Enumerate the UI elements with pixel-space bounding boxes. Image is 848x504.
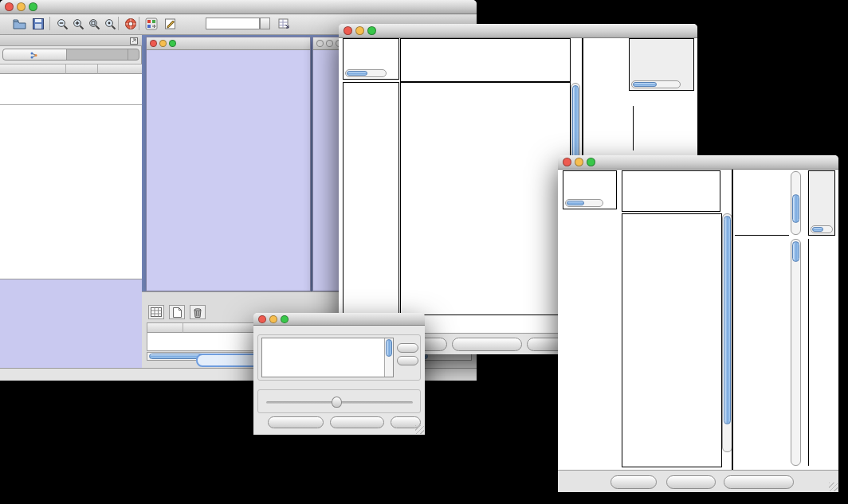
- close-button[interactable]: [150, 40, 157, 47]
- select-attributes-icon[interactable]: [148, 305, 164, 319]
- view-status-hscrollbar[interactable]: [345, 69, 387, 77]
- annotation-icon[interactable]: [161, 16, 180, 32]
- vscrollbar-thumb[interactable]: [792, 241, 799, 262]
- view-status-hscrollbar[interactable]: [565, 199, 603, 207]
- close-button[interactable]: [563, 158, 571, 166]
- hscrollbar-thumb[interactable]: [633, 82, 657, 87]
- export-graphics-button[interactable]: [724, 475, 794, 489]
- minimize-button[interactable]: [355, 26, 364, 35]
- attribute-listbox[interactable]: [261, 338, 394, 377]
- treeview1-titlebar[interactable]: [339, 24, 697, 38]
- treeview2-labels-vscrollbar[interactable]: [791, 171, 801, 235]
- control-panel-header: [0, 35, 142, 46]
- save-session-button[interactable]: [29, 16, 48, 32]
- move-attribute-up-button[interactable]: [397, 343, 418, 353]
- minimize-button[interactable]: [159, 40, 167, 47]
- vscrollbar-thumb[interactable]: [386, 339, 392, 357]
- treeview2-heatmap[interactable]: [622, 213, 722, 467]
- close-button[interactable]: [258, 315, 266, 323]
- import-table-icon[interactable]: [274, 16, 293, 32]
- treeview2-column-labels: [735, 171, 789, 236]
- network-tree-empty-area: [0, 105, 142, 279]
- treeview1-view-status-panel: [343, 38, 399, 80]
- close-button[interactable]: [5, 2, 14, 11]
- hscrollbar-thumb[interactable]: [567, 201, 584, 205]
- help-lifering-icon[interactable]: [121, 16, 140, 32]
- minimize-button[interactable]: [269, 315, 277, 323]
- minimize-button[interactable]: [326, 40, 333, 47]
- minimize-button[interactable]: [575, 158, 583, 166]
- save-data-button[interactable]: [666, 475, 716, 489]
- search-dropdown-icon[interactable]: [260, 18, 270, 29]
- network-graph-canvas[interactable]: [147, 50, 310, 291]
- animate-vizmap-button[interactable]: [268, 416, 324, 428]
- zoom-button[interactable]: [587, 158, 595, 166]
- zoom-button[interactable]: [169, 40, 176, 47]
- open-session-button[interactable]: [10, 16, 29, 32]
- treeview1-row-dendrogram[interactable]: [343, 82, 399, 315]
- settings-button[interactable]: [610, 475, 657, 489]
- close-button[interactable]: [316, 40, 324, 47]
- usage-hints-text: [630, 41, 693, 42]
- treeview2-column-dendrogram-area[interactable]: [622, 170, 720, 212]
- toolbar-separator: [118, 17, 119, 30]
- resize-grip[interactable]: [415, 425, 424, 434]
- treeview2-gene-list: [808, 239, 835, 466]
- network-overview-canvas[interactable]: [1, 280, 141, 368]
- treeview1-zoom-heatmap[interactable]: [585, 107, 631, 148]
- search-input[interactable]: [206, 18, 260, 29]
- treeview1-usage-hints-panel: [629, 38, 694, 91]
- treeview2-window: [558, 155, 838, 492]
- hscrollbar-thumb[interactable]: [347, 71, 367, 76]
- minimize-button[interactable]: [17, 2, 26, 11]
- usage-hints-text: [809, 173, 834, 174]
- view-status-text: [344, 41, 398, 42]
- zoom-selected-icon[interactable]: [100, 16, 120, 32]
- network-tab-icon: [30, 48, 37, 62]
- treeview2-row-dendrogram[interactable]: [563, 213, 620, 466]
- delete-attribute-trash-icon[interactable]: [190, 305, 206, 319]
- move-attribute-down-button[interactable]: [397, 356, 418, 365]
- speed-slider-thumb[interactable]: [332, 397, 342, 408]
- column-header-nodes[interactable]: [66, 64, 98, 74]
- network-overview-panel[interactable]: [0, 279, 142, 368]
- treeview1-heatmap[interactable]: [400, 82, 571, 315]
- resize-grip[interactable]: [829, 483, 838, 491]
- export-graphics-button[interactable]: [452, 338, 522, 351]
- network-window1-titlebar[interactable]: [147, 37, 310, 50]
- treeview2-view-status-panel: [563, 170, 617, 209]
- hscrollbar-thumb[interactable]: [812, 227, 823, 232]
- float-panel-icon[interactable]: [130, 33, 138, 48]
- treeview2-zoom-vscrollbar[interactable]: [791, 239, 801, 466]
- zoom-button[interactable]: [281, 315, 289, 323]
- usage-hints-hscrollbar[interactable]: [811, 225, 833, 233]
- vizmapper-icon[interactable]: [142, 16, 161, 32]
- create-vizmap-button[interactable]: [330, 416, 384, 428]
- close-button[interactable]: [344, 26, 352, 35]
- zoom-button[interactable]: [367, 26, 376, 35]
- treeview2-titlebar[interactable]: [558, 155, 838, 170]
- treeview2-usage-hints-panel: [808, 170, 835, 236]
- tab-vizmapper[interactable]: [67, 49, 128, 60]
- attribute-list-vscrollbar[interactable]: [384, 338, 393, 377]
- vscrollbar-thumb[interactable]: [724, 216, 731, 424]
- zoom-button[interactable]: [29, 2, 37, 11]
- treeview2-zoom-heatmap[interactable]: [733, 239, 789, 466]
- map-colors-dialog: [253, 313, 425, 435]
- treeview2-button-bar: [558, 470, 838, 492]
- new-attribute-icon[interactable]: [169, 305, 185, 319]
- dialog-titlebar[interactable]: [253, 313, 425, 326]
- main-titlebar[interactable]: [0, 0, 477, 14]
- control-panel-tabbar: [2, 49, 139, 61]
- control-panel: [0, 35, 142, 368]
- vscrollbar-thumb[interactable]: [792, 194, 799, 223]
- column-header-network[interactable]: [0, 64, 66, 74]
- network-view-window-1: [146, 37, 311, 291]
- column-header-edges[interactable]: [98, 64, 142, 74]
- tab-network[interactable]: [3, 49, 67, 60]
- tab-overflow-icon[interactable]: [128, 49, 139, 60]
- usage-hints-hscrollbar[interactable]: [631, 80, 681, 88]
- view-status-text: [563, 173, 616, 174]
- network-tree-table: [0, 64, 142, 105]
- treeview1-column-dendrogram[interactable]: [400, 38, 571, 82]
